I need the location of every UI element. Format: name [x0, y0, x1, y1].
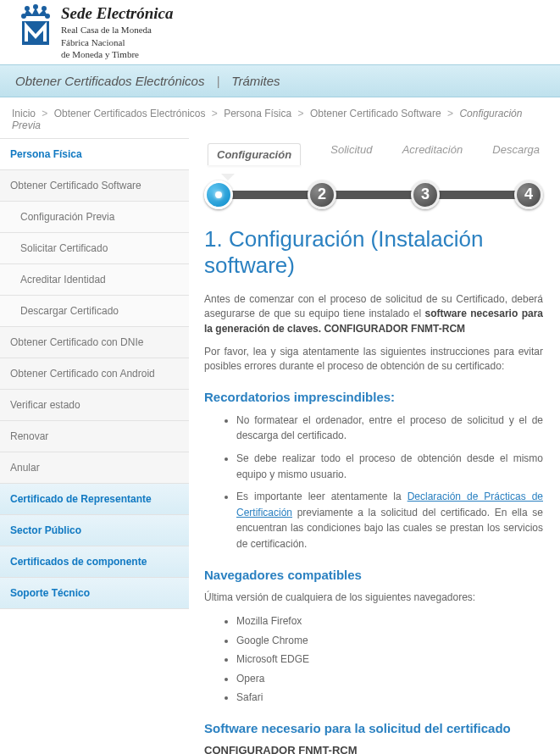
sidebar-persona-fisica[interactable]: Persona Física [0, 138, 189, 170]
breadcrumb: Inicio > Obtener Certificados Electrónic… [0, 97, 560, 138]
step-label-4[interactable]: Descarga [492, 143, 540, 165]
list-item: Mozilla Firefox [236, 613, 543, 629]
list-item: Es importante leer atentamente la Declar… [236, 489, 543, 552]
step-label-1[interactable]: Configuración [208, 143, 301, 165]
section-recordatorios: Recordatorios imprescindibles: [204, 390, 543, 404]
list-item: Microsoft EDGE [236, 651, 543, 668]
main-content: Configuración Solicitud Acreditación Des… [189, 138, 560, 754]
sidebar-cert-componente[interactable]: Certificados de componente [0, 546, 189, 578]
sidebar-certificado-dnie[interactable]: Obtener Certificado con DNIe [0, 327, 189, 358]
sidebar-certificado-android[interactable]: Obtener Certificado con Android [0, 358, 189, 390]
bc-inicio[interactable]: Inicio [12, 108, 36, 119]
sidebar-obtener-cert-software[interactable]: Obtener Certificado Software [0, 170, 189, 202]
bc-certificados[interactable]: Obtener Certificados Electrónicos [54, 108, 206, 119]
sidebar-solicitar-certificado[interactable]: Solicitar Certificado [0, 233, 189, 264]
bc-sep: > [447, 108, 453, 119]
svg-point-4 [34, 5, 37, 8]
sidebar-soporte-tecnico[interactable]: Soporte Técnico [0, 578, 189, 609]
sidebar-descargar-certificado[interactable]: Descargar Certificado [0, 296, 189, 327]
site-header: Sede Electrónica Real Casa de la Moneda … [0, 0, 560, 64]
svg-point-0 [22, 14, 25, 18]
nav-tramites[interactable]: Trámites [231, 74, 280, 88]
site-title: Sede Electrónica [61, 4, 173, 23]
li3-a: Es importante leer atentamente la [236, 491, 408, 502]
reminder-list: No formatear el ordenador, entre el proc… [204, 413, 543, 552]
step-circle-4[interactable]: 4 [514, 180, 543, 209]
sidebar-verificar-estado[interactable]: Verificar estado [0, 390, 189, 421]
site-subtitle-3: de Moneda y Timbre [61, 49, 173, 60]
bc-persona[interactable]: Persona Física [224, 108, 291, 119]
sidebar-acreditar-identidad[interactable]: Acreditar Identidad [0, 264, 189, 296]
svg-point-1 [46, 14, 49, 18]
sidebar-configuracion-previa[interactable]: Configuración Previa [0, 202, 189, 233]
list-item: Google Chrome [236, 633, 543, 649]
site-subtitle-2: Fábrica Nacional [61, 37, 173, 48]
sidebar-anular[interactable]: Anular [0, 452, 189, 484]
main-nav: Obtener Certificados Electrónicos | Trám… [0, 64, 560, 97]
sidebar: Persona Física Obtener Certificado Softw… [0, 138, 189, 609]
logo-block: Sede Electrónica Real Casa de la Moneda … [17, 4, 173, 60]
step-circle-2[interactable]: 2 [308, 180, 336, 209]
step-arrow-icon [221, 174, 235, 180]
step-circle-3[interactable]: 3 [411, 180, 440, 209]
sidebar-cert-representante[interactable]: Certificado de Representante [0, 484, 189, 515]
nav-separator: | [216, 74, 219, 88]
sidebar-sector-publico[interactable]: Sector Público [0, 515, 189, 546]
browser-list: Mozilla Firefox Google Chrome Microsoft … [204, 613, 543, 706]
configurador-heading: CONFIGURADOR FNMT-RCM [204, 744, 543, 754]
bc-sep: > [298, 108, 304, 119]
list-item: No formatear el ordenador, entre el proc… [236, 413, 543, 444]
list-item: Se debe realizar todo el proceso de obte… [236, 451, 543, 482]
page-title: 1. Configuración (Instalación software) [204, 226, 543, 279]
step-circle-1[interactable] [204, 180, 233, 209]
intro-paragraph-1: Antes de comenzar con el proceso de soli… [204, 292, 543, 336]
progress-stepper: Configuración Solicitud Acreditación Des… [204, 143, 543, 211]
nav-certificados[interactable]: Obtener Certificados Electrónicos [15, 74, 204, 88]
browsers-intro: Última versión de cualquiera de los sigu… [204, 590, 543, 605]
step-label-3[interactable]: Acreditación [402, 143, 463, 165]
svg-point-3 [42, 7, 46, 10]
bc-sep: > [212, 108, 218, 119]
bc-sep: > [42, 108, 47, 119]
list-item: Opera [236, 671, 543, 687]
svg-point-2 [25, 7, 29, 10]
site-subtitle-1: Real Casa de la Moneda [61, 25, 173, 36]
intro-paragraph-2: Por favor, lea y siga atentamente las si… [204, 345, 543, 374]
section-software: Software necesario para la solicitud del… [204, 721, 543, 735]
bc-software[interactable]: Obtener Certificado Software [310, 108, 441, 119]
crown-m-logo-icon [17, 4, 54, 47]
step-label-2[interactable]: Solicitud [330, 143, 372, 165]
list-item: Safari [236, 690, 543, 706]
section-navegadores: Navegadores compatibles [204, 568, 543, 582]
sidebar-renovar[interactable]: Renovar [0, 421, 189, 452]
